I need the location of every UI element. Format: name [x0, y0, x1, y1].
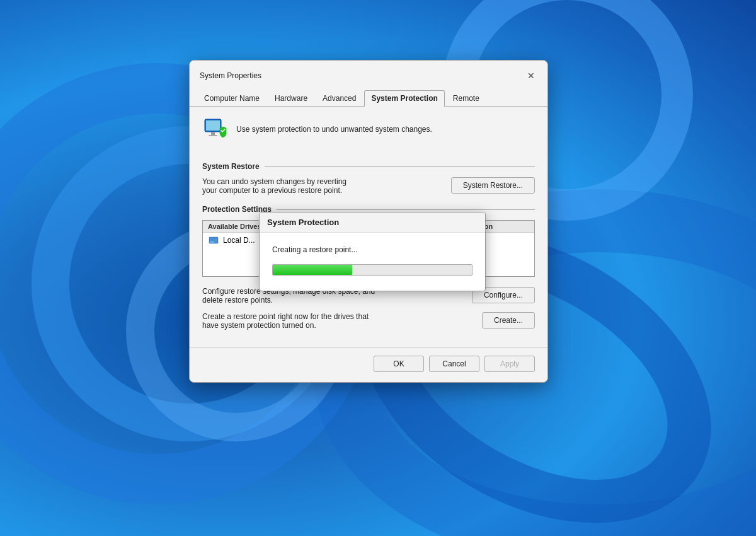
section-divider [265, 166, 535, 167]
system-restore-header: System Restore [202, 162, 535, 171]
dialog-titlebar: System Properties ✕ [190, 61, 547, 84]
tab-computer-name[interactable]: Computer Name [197, 90, 266, 107]
restore-description: You can undo system changes by reverting… [202, 177, 444, 195]
create-button[interactable]: Create... [482, 312, 535, 329]
tab-strip: Computer Name Hardware Advanced System P… [190, 84, 547, 107]
system-restore-section: System Restore You can undo system chang… [202, 162, 535, 195]
svg-rect-7 [210, 242, 214, 243]
cancel-button[interactable]: Cancel [429, 356, 479, 372]
system-properties-dialog: System Properties ✕ Computer Name Hardwa… [189, 60, 548, 383]
ok-button[interactable]: OK [374, 356, 424, 372]
dialog-footer: OK Cancel Apply [190, 347, 547, 382]
header-text: Use system protection to undo unwanted s… [236, 125, 432, 134]
tab-system-protection[interactable]: System Protection [364, 90, 444, 107]
svg-rect-1 [206, 120, 220, 131]
header-section: Use system protection to undo unwanted s… [202, 117, 535, 151]
system-protection-subdialog: System Protection Creating a restore poi… [259, 212, 486, 291]
sub-dialog-message: Creating a restore point... [272, 245, 472, 254]
apply-button[interactable]: Apply [484, 356, 535, 372]
restore-content: You can undo system changes by reverting… [202, 177, 535, 195]
sub-dialog-body: Creating a restore point... [260, 233, 485, 291]
sub-dialog-titlebar: System Protection [260, 213, 485, 233]
svg-point-6 [215, 240, 217, 241]
progress-bar-fill [273, 265, 352, 275]
progress-bar-container [272, 264, 472, 276]
svg-rect-3 [209, 135, 217, 136]
dialog-title: System Properties [200, 71, 261, 80]
svg-rect-2 [211, 132, 215, 135]
system-restore-label: System Restore [202, 162, 260, 171]
create-text: Create a restore point right now for the… [202, 312, 474, 330]
drive-icon [208, 235, 219, 246]
tab-advanced[interactable]: Advanced [316, 90, 363, 107]
section-divider [277, 209, 535, 210]
tab-hardware[interactable]: Hardware [268, 90, 314, 107]
close-button[interactable]: ✕ [522, 67, 540, 84]
tab-remote[interactable]: Remote [446, 90, 486, 107]
system-restore-button[interactable]: System Restore... [451, 177, 535, 194]
create-row: Create a restore point right now for the… [202, 312, 535, 330]
system-protection-icon [202, 117, 227, 142]
sub-dialog-title: System Protection [267, 218, 339, 227]
